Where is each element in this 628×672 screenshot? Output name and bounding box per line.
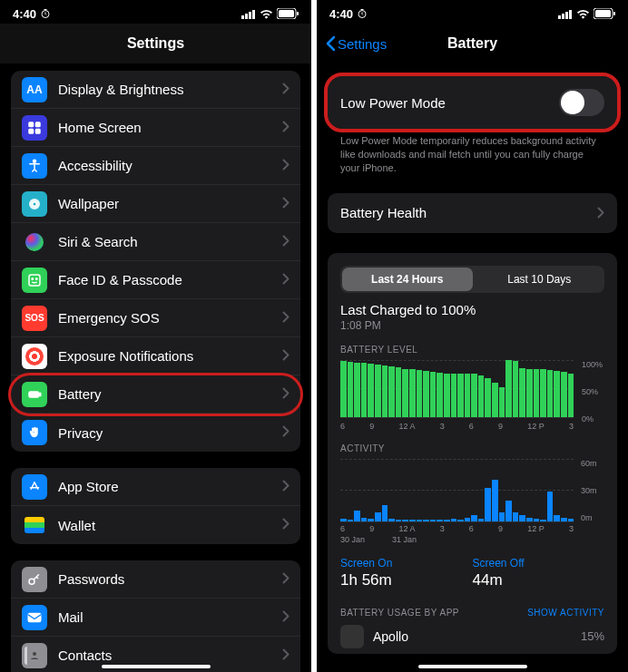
chevron-right-icon (282, 386, 289, 403)
svg-point-14 (33, 201, 37, 206)
face-icon (22, 268, 47, 293)
activity-label: ACTIVITY (340, 443, 604, 453)
chevron-right-icon (282, 196, 289, 212)
svg-rect-1 (241, 15, 244, 19)
battery-health-label: Battery Health (340, 205, 427, 220)
settings-row-accessibility[interactable]: Accessibility (11, 147, 300, 185)
status-bar: 4:40 (317, 0, 628, 24)
row-label: Display & Brightness (58, 82, 282, 97)
svg-rect-8 (29, 122, 34, 127)
battery-level-chart: 100%50%0% 6912 A36912 P3 (340, 360, 604, 431)
navbar: Settings (0, 24, 311, 63)
AA-icon: AA (22, 77, 47, 102)
settings-row-exposure-notifications[interactable]: Exposure Notifications (11, 337, 300, 375)
row-label: Emergency SOS (58, 310, 282, 326)
show-activity-button[interactable]: SHOW ACTIVITY (527, 608, 604, 618)
screen-stats: Screen On 1h 56m Screen Off 44m (340, 557, 604, 589)
home-indicator[interactable] (102, 665, 211, 668)
svg-rect-26 (562, 14, 564, 19)
settings-row-wallpaper[interactable]: Wallpaper (11, 185, 300, 223)
svg-rect-3 (249, 12, 251, 19)
row-label: Contacts (58, 648, 282, 663)
settings-row-display-brightness[interactable]: AADisplay & Brightness (11, 71, 300, 109)
time-segment[interactable]: Last 24 Hours Last 10 Days (340, 266, 604, 293)
svg-rect-25 (558, 15, 561, 19)
battery-level-label: BATTERY LEVEL (340, 345, 604, 355)
svg-rect-30 (595, 10, 611, 17)
home-indicator[interactable] (418, 665, 527, 668)
settings-row-passwords[interactable]: Passwords (11, 560, 300, 599)
svg-rect-28 (569, 10, 572, 19)
chevron-right-icon (282, 310, 289, 326)
back-label: Settings (338, 36, 387, 52)
SOS-icon: SOS (22, 306, 47, 331)
chevron-right-icon (282, 424, 289, 441)
settings-row-emergency-sos[interactable]: SOSEmergency SOS (11, 299, 300, 337)
contacts-icon (22, 643, 47, 668)
settings-row-battery[interactable]: Battery (11, 375, 300, 414)
settings-row-privacy[interactable]: Privacy (11, 414, 300, 452)
usage-by-app-label: BATTERY USAGE BY APP (340, 608, 459, 618)
battery-health-row[interactable]: Battery Health (328, 193, 617, 233)
timer-icon (40, 8, 51, 19)
svg-rect-4 (252, 10, 255, 19)
svg-point-16 (32, 278, 34, 279)
chevron-right-icon (282, 648, 289, 664)
chevron-right-icon (282, 609, 289, 626)
svg-rect-31 (613, 12, 615, 15)
mail-icon (22, 605, 47, 630)
lpm-toggle[interactable] (559, 89, 604, 116)
row-label: Home Screen (58, 120, 282, 135)
settings-row-face-id-passcode[interactable]: Face ID & Passcode (11, 261, 300, 299)
row-label: Accessibility (58, 158, 282, 173)
last-charged-time: 1:08 PM (340, 319, 604, 332)
row-label: Privacy (58, 425, 282, 441)
screen-on-label: Screen On (340, 557, 473, 570)
lpm-caption: Low Power Mode temporarily reduces backg… (328, 129, 617, 175)
row-label: Passwords (58, 571, 282, 587)
acc-icon (22, 153, 47, 179)
screen-on-value: 1h 56m (340, 571, 473, 589)
svg-rect-2 (245, 14, 248, 19)
settings-row-siri-search[interactable]: Siri & Search (11, 223, 300, 261)
settings-row-wallet[interactable]: Wallet (11, 506, 300, 544)
low-power-mode-row[interactable]: Low Power Mode (328, 76, 617, 129)
settings-screen: 4:40 Settings AADisplay & BrightnessHome… (0, 0, 311, 672)
exposure-icon (22, 344, 47, 369)
svg-rect-6 (279, 10, 294, 17)
timer-icon (357, 8, 368, 19)
lpm-label: Low Power Mode (340, 95, 446, 111)
svg-point-12 (34, 160, 36, 162)
settings-row-app-store[interactable]: App Store (11, 468, 300, 506)
settings-row-home-screen[interactable]: Home Screen (11, 109, 300, 147)
app-usage-row[interactable]: Apollo 15% (340, 625, 604, 648)
siri-icon (22, 229, 47, 255)
svg-rect-19 (39, 393, 41, 395)
row-label: Wallpaper (58, 196, 282, 211)
svg-rect-7 (297, 12, 299, 15)
wifi-icon (576, 9, 590, 19)
page-title: Battery (447, 35, 497, 52)
battery-icon (277, 8, 299, 19)
usage-block: Last 24 Hours Last 10 Days Last Charged … (328, 253, 617, 654)
grid-icon (22, 115, 47, 141)
last-charged: Last Charged to 100% (340, 302, 604, 317)
seg-24h[interactable]: Last 24 Hours (342, 268, 473, 291)
settings-row-mail[interactable]: Mail (11, 599, 300, 637)
back-button[interactable]: Settings (326, 35, 387, 52)
svg-rect-18 (29, 392, 39, 397)
page-title: Settings (127, 35, 184, 52)
status-time: 4:40 (13, 7, 36, 21)
app-name: Apollo (373, 629, 581, 644)
hand-icon (22, 420, 47, 445)
row-label: Battery (58, 386, 282, 402)
row-label: Siri & Search (58, 234, 282, 249)
row-label: Mail (58, 609, 282, 625)
svg-rect-10 (29, 129, 34, 133)
seg-10d[interactable]: Last 10 Days (475, 266, 605, 293)
row-label: App Store (58, 479, 282, 494)
svg-rect-15 (29, 275, 40, 286)
screen-off-value: 44m (473, 571, 605, 589)
chevron-right-icon (282, 272, 289, 288)
batt-icon (22, 382, 47, 407)
